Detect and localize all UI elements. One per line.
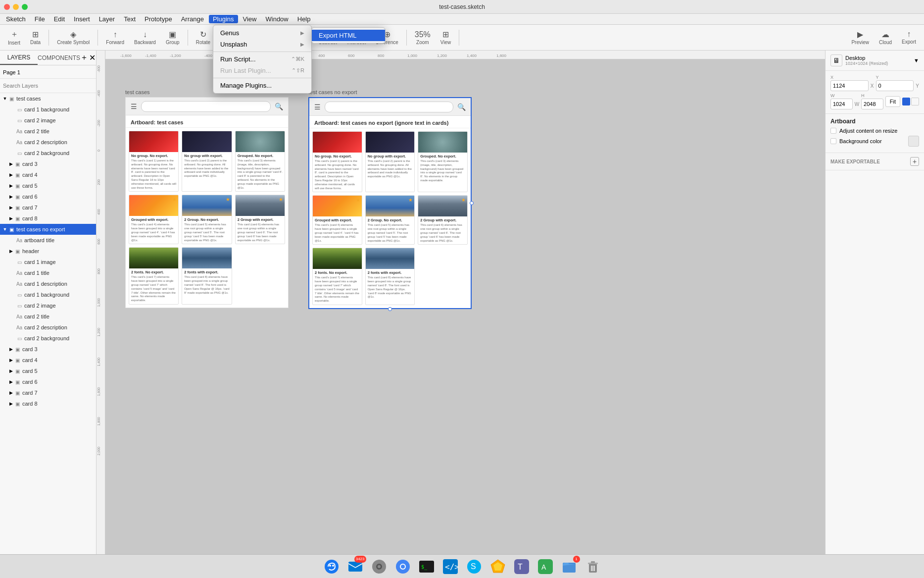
- card-item[interactable]: ★ 2 Group with export. This card (card 6…: [235, 195, 285, 244]
- sidebar-item-card6[interactable]: ▶ ▣ card 6: [0, 191, 96, 202]
- hamburger-icon-2[interactable]: ☰: [314, 103, 321, 111]
- search-icon[interactable]: 🔍: [275, 103, 283, 110]
- expand-icon[interactable]: ▶: [8, 183, 14, 189]
- add-export-button[interactable]: +: [910, 157, 919, 166]
- y-input[interactable]: [876, 80, 914, 91]
- dock-teams[interactable]: T: [512, 557, 532, 577]
- card-item[interactable]: 2 fonts. No export. This card's (card 7)…: [129, 247, 179, 305]
- sidebar-item-card7[interactable]: ▶ ▣ card 7: [0, 202, 96, 213]
- menu-insert[interactable]: Insert: [70, 15, 94, 23]
- constraint-icon-1[interactable]: [902, 98, 910, 105]
- dock-chrome[interactable]: [393, 557, 413, 577]
- h-input[interactable]: [861, 99, 883, 109]
- sidebar-item-test-cases-no-export[interactable]: ▼ ▣ test cases no export: [0, 224, 96, 235]
- dock-terminal[interactable]: $_: [417, 557, 437, 577]
- unsplash-menu-item[interactable]: Unsplash ▶: [213, 39, 311, 50]
- add-layer-button[interactable]: ＋: [80, 51, 88, 65]
- cloud-button[interactable]: ☁ Cloud: [875, 28, 896, 47]
- minimize-button[interactable]: [13, 4, 19, 10]
- sidebar-item-card1-img-ne[interactable]: ▭ card 1 image: [0, 257, 96, 267]
- search-icon-2[interactable]: 🔍: [457, 103, 466, 111]
- dock-outlook[interactable]: 3423: [345, 557, 365, 577]
- expand-icon[interactable]: ▶: [8, 161, 14, 167]
- create-symbol-button[interactable]: ◈ Create Symbol: [53, 28, 94, 47]
- sidebar-item-header[interactable]: ▶ ▣ header: [0, 246, 96, 257]
- expand-icon[interactable]: ▶: [8, 172, 14, 178]
- dock-sketch[interactable]: [488, 557, 508, 577]
- card-item[interactable]: ★ Grouped with export. This card's (card…: [312, 195, 362, 245]
- run-last-plugin-menu-item[interactable]: Run Last Plugin... ⌃⇧R: [213, 65, 311, 76]
- canvas-area[interactable]: -1,600 -1,400 -1,200 -400 -200 0 200 400…: [97, 51, 825, 554]
- sidebar-item-card2-desc-ne[interactable]: Aa card 2 description: [0, 322, 96, 333]
- sidebar-item-card1-desc-ne[interactable]: Aa card 1 description: [0, 278, 96, 289]
- sidebar-item-card1-bg[interactable]: ▭ card 1 background: [0, 104, 96, 115]
- sidebar-item-card2-title[interactable]: Aa card 2 title: [0, 126, 96, 137]
- card-item[interactable]: No group. No export. This card's (card 1…: [312, 131, 362, 192]
- constraint-icon-2[interactable]: [911, 98, 919, 105]
- menu-layer[interactable]: Layer: [95, 15, 119, 23]
- expand-icon[interactable]: ▶: [8, 357, 14, 363]
- maximize-button[interactable]: [22, 4, 28, 10]
- export-button[interactable]: ↑ Export: [898, 28, 920, 47]
- card-item[interactable]: ★ 2 Group. No export. This card (card 5)…: [365, 195, 415, 245]
- card-item[interactable]: Grouped. No export. This card's (card 3)…: [418, 131, 468, 192]
- forward-button[interactable]: ↑ Forward: [102, 28, 128, 47]
- tab-layers[interactable]: LAYERS: [0, 51, 38, 65]
- expand-icon[interactable]: ▶: [8, 379, 14, 385]
- expand-icon[interactable]: ▶: [8, 215, 14, 221]
- card-item[interactable]: Grouped. No export. This card's (card 3)…: [235, 131, 285, 192]
- expand-icon[interactable]: ▶: [8, 401, 14, 407]
- page-selector[interactable]: Page 1: [0, 65, 96, 79]
- sidebar-item-card6-ne[interactable]: ▶ ▣ card 6: [0, 376, 96, 387]
- sidebar-item-card2-title-ne[interactable]: Aa card 2 title: [0, 311, 96, 322]
- sidebar-item-card3[interactable]: ▶ ▣ card 3: [0, 158, 96, 169]
- card-item[interactable]: No group with export. This card's (card …: [182, 131, 232, 192]
- artboard1-search-input[interactable]: [141, 101, 271, 112]
- sidebar-item-card2-img-ne[interactable]: ▭ card 2 image: [0, 300, 96, 311]
- menu-sketch[interactable]: Sketch: [2, 15, 30, 23]
- dock-trash[interactable]: [583, 557, 603, 577]
- adjust-content-checkbox[interactable]: [830, 128, 836, 134]
- sidebar-item-card8-ne[interactable]: ▶ ▣ card 8: [0, 398, 96, 409]
- dock-system-prefs[interactable]: [369, 557, 389, 577]
- card-item[interactable]: 2 fonts with export. This card (card 8) …: [182, 247, 232, 305]
- zoom-button[interactable]: 35% Zoom: [411, 28, 435, 47]
- menu-text[interactable]: Text: [120, 15, 140, 23]
- card-item[interactable]: No group with export. This card's (card …: [365, 131, 415, 192]
- insert-button[interactable]: ＋ Insert: [4, 27, 24, 48]
- run-script-menu-item[interactable]: Run Script... ⌃⌘K: [213, 53, 311, 65]
- manage-plugins-menu-item[interactable]: Manage Plugins...: [213, 80, 311, 91]
- view-button[interactable]: ⊞ View: [437, 28, 455, 47]
- sidebar-item-card2-bg-ne[interactable]: ▭ card 2 background: [0, 333, 96, 344]
- x-input[interactable]: [830, 80, 869, 91]
- card-item[interactable]: ★ 2 Group with export. This card (card 6…: [418, 195, 468, 245]
- dock-finder[interactable]: [322, 557, 341, 577]
- artboard1[interactable]: ☰ 🔍 Artboard: test cases No group. No ex…: [125, 97, 289, 308]
- sidebar-item-card2-img[interactable]: ▭ card 2 image: [0, 115, 96, 126]
- sidebar-item-card4[interactable]: ▶ ▣ card 4: [0, 169, 96, 180]
- traffic-lights[interactable]: [4, 4, 28, 10]
- expand-icon[interactable]: ▶: [8, 205, 14, 210]
- genus-menu-item[interactable]: Genus ▶: [213, 27, 311, 39]
- group-button[interactable]: ▣ Group: [162, 28, 184, 47]
- expand-icon[interactable]: ▶: [8, 390, 14, 396]
- artboard2[interactable]: ☰ 🔍 Artboard: test cases no export (igno…: [308, 97, 472, 309]
- expand-icon[interactable]: ▶: [8, 248, 14, 254]
- sidebar-item-card4-ne[interactable]: ▶ ▣ card 4: [0, 355, 96, 366]
- expand-icon[interactable]: ▶: [8, 368, 14, 374]
- menu-arrange[interactable]: Arrange: [177, 15, 208, 23]
- selection-handle-bottom[interactable]: [388, 307, 392, 311]
- selection-handle-right[interactable]: [470, 201, 474, 205]
- card-item[interactable]: 2 fonts with export. This card (card 8) …: [365, 248, 415, 305]
- dock-files[interactable]: 1: [559, 557, 579, 577]
- card-item[interactable]: No group. No export. This card's (card 1…: [129, 131, 179, 192]
- layer-search-input[interactable]: [3, 81, 93, 91]
- expand-icon[interactable]: ▶: [8, 346, 14, 352]
- expand-icon[interactable]: ▼: [2, 226, 8, 232]
- rotate-button[interactable]: ↻ Rotate: [192, 28, 214, 47]
- menu-view[interactable]: View: [239, 15, 261, 23]
- dock-vscode[interactable]: </>: [440, 557, 460, 577]
- canvas-inner[interactable]: test cases ☰ 🔍 Artboard: test cases No g…: [105, 59, 825, 554]
- sidebar-item-card2-bg[interactable]: ▭ card 2 background: [0, 148, 96, 158]
- menu-plugins[interactable]: Plugins: [209, 15, 238, 23]
